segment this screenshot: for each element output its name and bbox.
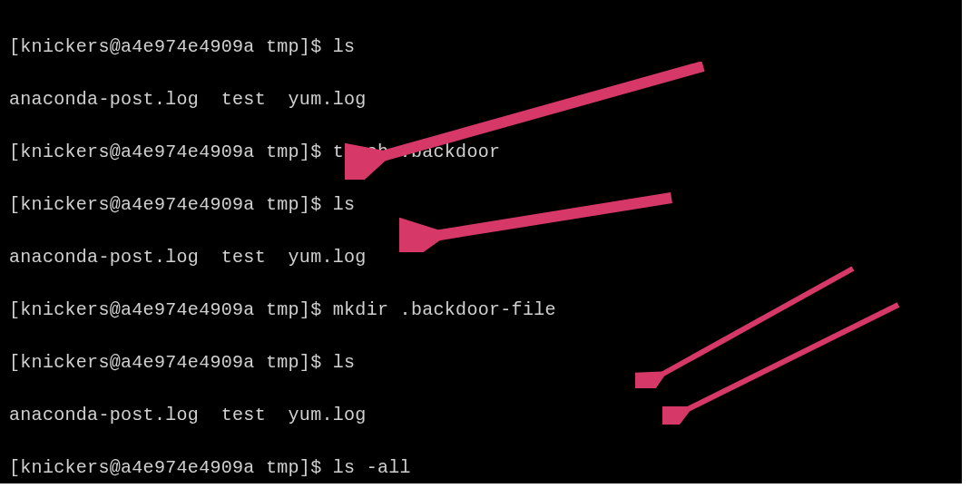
prompt-line: [knickers@a4e974e4909a tmp]$ ls <box>9 34 953 60</box>
prompt-line: [knickers@a4e974e4909a tmp]$ mkdir .back… <box>9 297 953 323</box>
prompt-line: [knickers@a4e974e4909a tmp]$ ls -all <box>9 454 953 481</box>
prompt-line: [knickers@a4e974e4909a tmp]$ touch .back… <box>9 139 953 165</box>
output-line: anaconda-post.log test yum.log <box>9 244 953 270</box>
output-line: anaconda-post.log test yum.log <box>9 402 953 428</box>
prompt-line: [knickers@a4e974e4909a tmp]$ ls <box>9 191 953 218</box>
output-line: anaconda-post.log test yum.log <box>9 86 953 112</box>
terminal[interactable]: [knickers@a4e974e4909a tmp]$ ls anaconda… <box>0 0 962 483</box>
prompt-line: [knickers@a4e974e4909a tmp]$ ls <box>9 349 953 376</box>
